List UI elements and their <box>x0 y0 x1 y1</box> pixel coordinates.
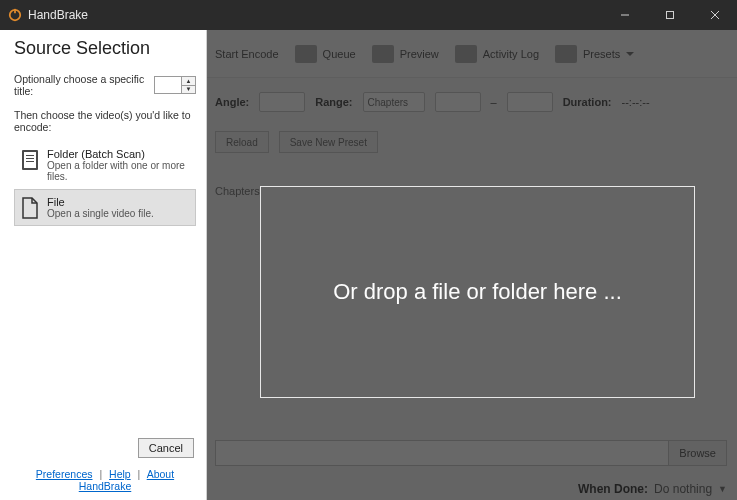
minimize-button[interactable] <box>602 0 647 30</box>
svg-rect-8 <box>26 155 34 156</box>
spinner-down-icon[interactable]: ▼ <box>182 86 195 94</box>
folder-icon <box>21 149 39 171</box>
svg-rect-3 <box>666 12 673 19</box>
source-selection-panel: Source Selection Optionally choose a spe… <box>0 30 207 500</box>
choose-videos-label: Then choose the video(s) you'd like to e… <box>14 109 196 133</box>
cancel-button[interactable]: Cancel <box>138 438 194 458</box>
title-input[interactable] <box>154 76 182 94</box>
specific-title-label: Optionally choose a specific title: <box>14 73 148 97</box>
svg-rect-10 <box>26 161 34 162</box>
help-link[interactable]: Help <box>109 468 131 480</box>
drop-zone[interactable]: Or drop a file or folder here ... <box>260 186 695 398</box>
panel-title: Source Selection <box>14 38 196 59</box>
handbrake-icon <box>8 8 22 22</box>
app-title: HandBrake <box>28 8 88 22</box>
panel-footer-links: Preferences | Help | About HandBrake <box>14 468 196 494</box>
source-option-folder[interactable]: Folder (Batch Scan) Open a folder with o… <box>14 141 196 189</box>
specific-title-row: Optionally choose a specific title: ▲ ▼ <box>14 73 196 97</box>
maximize-button[interactable] <box>647 0 692 30</box>
close-button[interactable] <box>692 0 737 30</box>
preferences-link[interactable]: Preferences <box>36 468 93 480</box>
svg-rect-1 <box>14 9 16 13</box>
svg-rect-7 <box>24 152 36 168</box>
file-icon <box>21 197 39 219</box>
folder-title: Folder (Batch Scan) <box>47 148 189 160</box>
file-title: File <box>47 196 154 208</box>
drop-zone-text: Or drop a file or folder here ... <box>333 279 622 305</box>
svg-rect-9 <box>26 158 34 159</box>
spinner-up-icon[interactable]: ▲ <box>182 77 195 86</box>
title-spinner[interactable]: ▲ ▼ <box>154 76 196 94</box>
folder-desc: Open a folder with one or more files. <box>47 160 189 182</box>
titlebar: HandBrake <box>0 0 737 30</box>
source-option-file[interactable]: File Open a single video file. <box>14 189 196 226</box>
file-desc: Open a single video file. <box>47 208 154 219</box>
